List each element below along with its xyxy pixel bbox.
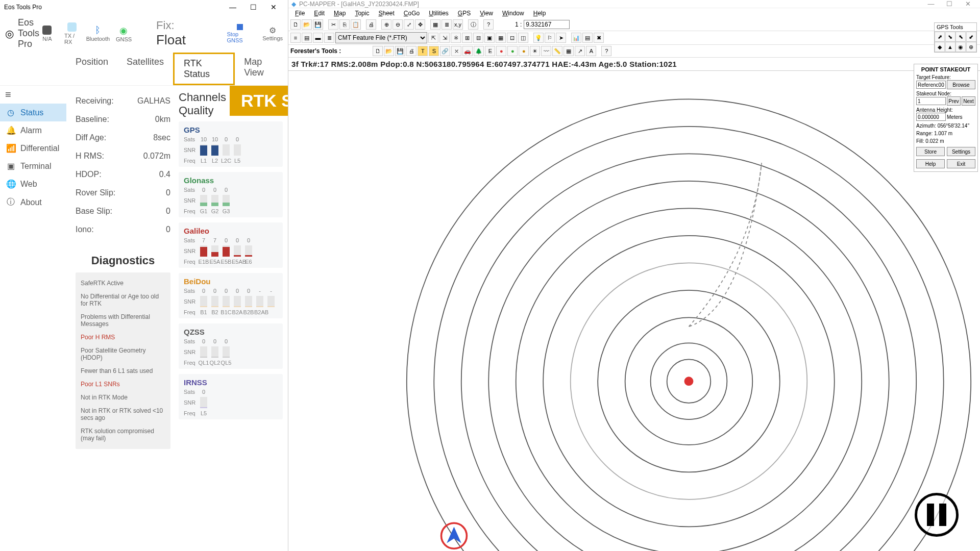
- ft-arrow2-icon[interactable]: ↗: [575, 46, 585, 56]
- tool-c-icon[interactable]: ⊟: [473, 33, 483, 43]
- gt-1-icon[interactable]: ⬈: [935, 32, 945, 42]
- chart-icon[interactable]: 📊: [571, 33, 581, 43]
- ft-dot2-icon[interactable]: ●: [507, 46, 518, 56]
- list-icon[interactable]: ≡: [290, 33, 301, 43]
- export-icon[interactable]: ⇲: [439, 33, 450, 43]
- gps-tools-panel[interactable]: GPS Tools ⬈ ⬊ ⬉ ⬋ ◆ ▲ ◉ ⊕: [934, 22, 977, 53]
- open-icon[interactable]: 📂: [302, 19, 312, 30]
- settings-button[interactable]: ⚙Settings: [262, 26, 283, 41]
- antenna-height-input[interactable]: [916, 113, 946, 121]
- ft-dot1-icon[interactable]: ●: [496, 46, 506, 56]
- table-icon[interactable]: ▤: [302, 33, 312, 43]
- menu-window[interactable]: Window: [499, 9, 528, 17]
- tool-f-icon[interactable]: ⊡: [507, 33, 517, 43]
- help-button[interactable]: Help: [916, 159, 945, 168]
- lines-icon[interactable]: ≣: [324, 33, 334, 43]
- arrow-icon[interactable]: ➤: [556, 33, 566, 43]
- maximize-button[interactable]: ☐: [243, 3, 263, 11]
- close-button[interactable]: ✕: [263, 3, 284, 11]
- ft-grid2-icon[interactable]: ▦: [564, 46, 574, 56]
- ft-print-icon[interactable]: 🖨: [406, 46, 416, 56]
- pause-overlay-button[interactable]: [915, 493, 959, 537]
- ft-save-icon[interactable]: 💾: [395, 46, 405, 56]
- menu-utilities[interactable]: Utilities: [425, 9, 452, 17]
- menu-sheet[interactable]: Sheet: [375, 9, 398, 17]
- gt-2-icon[interactable]: ⬊: [945, 32, 955, 42]
- tool-b-icon[interactable]: ⊞: [462, 33, 472, 43]
- flag-icon[interactable]: ⚐: [545, 33, 555, 43]
- ft-open-icon[interactable]: 📂: [384, 46, 394, 56]
- grid-icon[interactable]: ▦: [430, 19, 440, 30]
- layers-icon[interactable]: ≣: [442, 19, 452, 30]
- menu-gps[interactable]: GPS: [454, 9, 474, 17]
- cut-icon[interactable]: ✂: [328, 19, 338, 30]
- stakeout-node-input[interactable]: [916, 97, 946, 105]
- menu-edit[interactable]: Edit: [310, 9, 328, 17]
- ft-unlink-icon[interactable]: ⤫: [451, 46, 461, 56]
- menu-view[interactable]: View: [476, 9, 497, 17]
- hamburger-icon[interactable]: ≡: [0, 86, 66, 104]
- zoom-out-icon[interactable]: ⊖: [393, 19, 403, 30]
- tab-satellites[interactable]: Satellites: [117, 53, 173, 85]
- menu-map[interactable]: Map: [330, 9, 349, 17]
- close-x-icon[interactable]: ✖: [594, 33, 604, 43]
- store-button[interactable]: Store: [916, 147, 945, 156]
- pcm-close-button[interactable]: ✕: [959, 0, 977, 8]
- menu-topic[interactable]: Topic: [351, 9, 373, 17]
- gt-8-icon[interactable]: ⊕: [966, 42, 976, 52]
- gt-7-icon[interactable]: ◉: [955, 42, 966, 52]
- nav-differential[interactable]: 📶Differential: [0, 139, 66, 157]
- ft-tree-icon[interactable]: 🌲: [474, 46, 484, 56]
- minimize-button[interactable]: —: [223, 3, 243, 11]
- zoom-fit-icon[interactable]: ⤢: [404, 19, 414, 30]
- stop-gnss-button[interactable]: Stop GNSS: [227, 24, 254, 43]
- ft-ruler-icon[interactable]: 📏: [552, 46, 562, 56]
- print-icon[interactable]: 🖨: [366, 19, 376, 30]
- tool-a-icon[interactable]: ※: [451, 33, 461, 43]
- nav-terminal[interactable]: ▣Terminal: [0, 157, 66, 175]
- ft-wave-icon[interactable]: 〰: [541, 46, 551, 56]
- import-icon[interactable]: ⇱: [428, 33, 438, 43]
- tool-e-icon[interactable]: ▦: [496, 33, 506, 43]
- new-icon[interactable]: 🗋: [290, 19, 301, 30]
- next-button[interactable]: Next: [962, 96, 975, 106]
- bulb-icon[interactable]: 💡: [533, 33, 544, 43]
- paste-icon[interactable]: 📋: [351, 19, 361, 30]
- browse-button[interactable]: Browse: [947, 80, 975, 89]
- nav-status[interactable]: ◷Status: [0, 104, 66, 121]
- map-canvas[interactable]: [288, 71, 980, 551]
- feature-file-select[interactable]: CMT Feature File (*.FTR): [335, 32, 427, 43]
- tool-g-icon[interactable]: ◫: [518, 33, 528, 43]
- ft-a-icon[interactable]: A: [586, 46, 596, 56]
- pcm-maximize-button[interactable]: ☐: [940, 0, 959, 8]
- target-feature-input[interactable]: [916, 81, 946, 89]
- tab-rtk-status[interactable]: RTK Status: [173, 53, 235, 85]
- stakeout-settings-button[interactable]: Settings: [947, 147, 975, 156]
- ft-new-icon[interactable]: 🗋: [373, 46, 383, 56]
- scale-input[interactable]: [524, 20, 570, 29]
- ft-t1-icon[interactable]: T: [418, 46, 428, 56]
- nav-about[interactable]: ⓘAbout: [0, 193, 66, 212]
- nav-alarm[interactable]: 🔔Alarm: [0, 121, 66, 139]
- info-icon[interactable]: ⓘ: [468, 19, 478, 30]
- menu-help[interactable]: Help: [530, 9, 550, 17]
- menu-cogo[interactable]: CoGo: [400, 9, 423, 17]
- save-icon[interactable]: 💾: [313, 19, 323, 30]
- ft-e-icon[interactable]: E: [485, 46, 495, 56]
- menu-file[interactable]: File: [291, 9, 308, 17]
- nav-web[interactable]: 🌐Web: [0, 175, 66, 193]
- xy-icon[interactable]: x,y: [453, 19, 463, 30]
- gt-5-icon[interactable]: ◆: [935, 42, 945, 52]
- tab-position[interactable]: Position: [66, 53, 117, 85]
- gt-3-icon[interactable]: ⬉: [955, 32, 966, 42]
- ft-car-icon[interactable]: 🚗: [462, 46, 473, 56]
- ft-help-icon[interactable]: ?: [601, 46, 611, 56]
- tab-map-view[interactable]: Map View: [235, 53, 288, 85]
- pcm-minimize-button[interactable]: —: [922, 0, 940, 8]
- ft-link-icon[interactable]: 🔗: [440, 46, 450, 56]
- gt-6-icon[interactable]: ▲: [945, 42, 955, 52]
- sheet-icon[interactable]: ▤: [582, 33, 593, 43]
- ft-s1-icon[interactable]: S: [429, 46, 439, 56]
- zoom-in-icon[interactable]: ⊕: [381, 19, 391, 30]
- help-icon[interactable]: ?: [483, 19, 494, 30]
